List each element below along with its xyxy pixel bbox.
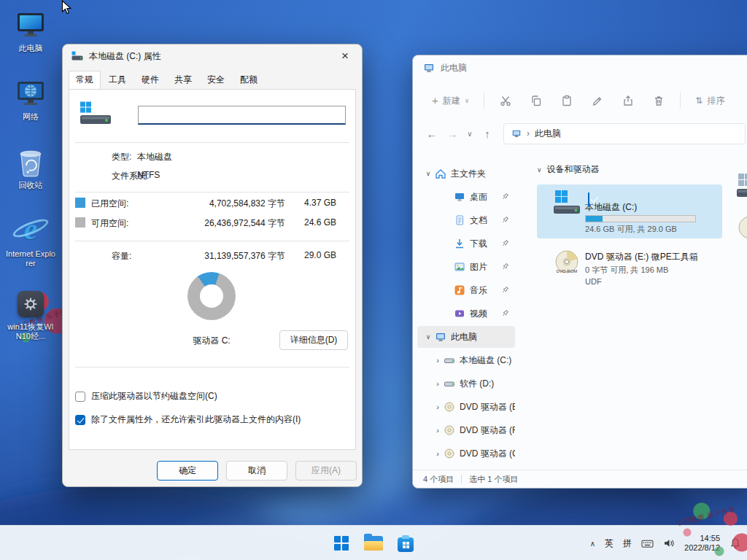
devices-and-drives-header[interactable]: ∨ 设备和驱动器 xyxy=(537,163,747,176)
used-space-size: 4.37 GB xyxy=(304,198,336,208)
close-icon[interactable]: × xyxy=(329,45,361,67)
plus-icon: + xyxy=(432,96,438,105)
clock-date: 2022/8/12 xyxy=(684,543,720,553)
sidebar-item-software-d[interactable]: › 软件 (D:) xyxy=(417,373,515,394)
back-button[interactable]: ← xyxy=(422,128,442,140)
drive-free-space: 0 字节 可用, 共 196 MB xyxy=(585,265,716,276)
sidebar-item-home[interactable]: ∨ 主文件夹 xyxy=(417,163,515,184)
details-button[interactable]: 详细信息(D) xyxy=(279,330,348,350)
partial-drive-tile[interactable] xyxy=(736,172,747,204)
sidebar-item-dvd-f[interactable]: › DVD 驱动器 (F xyxy=(417,419,515,441)
dvd-drive-icon: DVD-ROM xyxy=(553,250,581,276)
chevron-right-icon[interactable]: › xyxy=(433,402,442,411)
dialog-titlebar[interactable]: 本地磁盘 (C:) 属性 xyxy=(63,44,362,68)
breadcrumb-this-pc[interactable]: 此电脑 xyxy=(535,128,561,140)
sidebar-item-videos[interactable]: 视频 xyxy=(417,303,515,324)
index-checkbox-row[interactable]: 除了文件属性外，还允许索引此驱动器上文件的内容(I) xyxy=(75,413,301,426)
taskbar-center-icons xyxy=(327,529,420,558)
apply-button[interactable]: 应用(A) xyxy=(295,461,357,481)
capacity-label: 容量: xyxy=(112,250,131,262)
taskbar-clock[interactable]: 14:55 2022/8/12 xyxy=(684,534,720,553)
rename-button[interactable] xyxy=(585,88,610,113)
delete-button[interactable] xyxy=(646,88,671,113)
sidebar-item-music[interactable]: 音乐 xyxy=(417,279,515,301)
chevron-right-icon[interactable]: › xyxy=(433,449,442,458)
sidebar-item-desktop[interactable]: 桌面 xyxy=(417,186,515,208)
microsoft-store-button[interactable] xyxy=(391,529,420,558)
sidebar-item-this-pc[interactable]: ∨ 此电脑 xyxy=(417,326,515,348)
used-space-swatch xyxy=(75,198,85,208)
chevron-right-icon[interactable]: › xyxy=(433,379,442,388)
desktop-icon-label: 回收站 xyxy=(6,181,55,190)
desktop-icon-internet-explorer[interactable]: e Internet Explorer xyxy=(6,210,55,268)
tab-tools[interactable]: 工具 xyxy=(101,71,133,89)
chevron-down-icon: ∨ xyxy=(465,97,470,104)
new-button[interactable]: + 新建 ∨ xyxy=(426,90,475,112)
tab-general[interactable]: 常规 xyxy=(69,71,101,89)
sidebar-item-dvd-g[interactable]: › DVD 驱动器 (G xyxy=(417,443,515,464)
start-button[interactable] xyxy=(327,529,356,558)
home-icon xyxy=(433,168,448,179)
drive-tile-local-disk-c[interactable]: 本地磁盘 (C:) 24.6 GB 可用, 共 29.0 GB xyxy=(537,184,722,238)
sort-button[interactable]: ⇅ 排序 xyxy=(689,90,730,112)
explorer-status-bar: 4 个项目 选中 1 个项目 xyxy=(413,470,747,488)
music-icon xyxy=(452,284,467,296)
disk-icon xyxy=(442,378,457,389)
sidebar-item-dvd-e[interactable]: › DVD 驱动器 (E xyxy=(417,396,515,418)
explorer-titlebar[interactable]: 此电脑 xyxy=(413,55,747,80)
chevron-down-icon[interactable]: ∨ xyxy=(423,333,433,341)
file-explorer-button[interactable] xyxy=(359,529,388,558)
tab-sharing[interactable]: 共享 xyxy=(167,71,199,89)
volume-label-input[interactable] xyxy=(138,106,346,125)
tab-security[interactable]: 安全 xyxy=(200,71,232,89)
sidebar-item-pictures[interactable]: 图片 xyxy=(417,256,515,278)
network-icon xyxy=(6,77,55,111)
this-pc-window-icon xyxy=(423,62,435,74)
videos-icon xyxy=(452,308,467,319)
drive-tile-dvd-e[interactable]: DVD-ROM DVD 驱动器 (E:) 微PE工具箱 0 字节 可用, 共 1… xyxy=(537,247,722,289)
ime-language-indicator[interactable]: 英 xyxy=(605,537,614,550)
tab-quota[interactable]: 配额 xyxy=(233,71,265,89)
desktop-icon-recycle-bin[interactable]: 回收站 xyxy=(6,146,55,190)
forward-button[interactable]: → xyxy=(442,128,462,140)
notification-bell-icon[interactable] xyxy=(729,537,741,549)
chevron-right-icon[interactable]: › xyxy=(433,426,442,435)
up-button[interactable]: ↑ xyxy=(477,128,498,140)
touch-keyboard-icon[interactable] xyxy=(641,538,654,549)
disk-icon xyxy=(442,354,457,366)
selection-count: 选中 1 个项目 xyxy=(469,474,518,485)
share-button[interactable] xyxy=(616,88,640,113)
compress-checkbox[interactable] xyxy=(75,392,85,402)
hidden-icons-chevron[interactable]: ∧ xyxy=(590,540,595,548)
desktop: 小刀数据 乐子分享 此电脑 网络 回收站 e Internet Explorer xyxy=(0,0,747,560)
history-dropdown-icon[interactable]: ∨ xyxy=(462,130,477,138)
cancel-button[interactable]: 取消 xyxy=(226,461,287,481)
partial-drive-tile[interactable] xyxy=(736,216,747,245)
compress-checkbox-row[interactable]: 压缩此驱动器以节约磁盘空间(C) xyxy=(75,390,217,402)
drive-free-space: 24.6 GB 可用, 共 29.0 GB xyxy=(585,224,716,235)
address-bar[interactable]: › 此电脑 xyxy=(503,123,746,144)
speaker-icon[interactable] xyxy=(663,537,675,549)
dvd-icon xyxy=(442,401,457,413)
paste-button[interactable] xyxy=(554,88,579,113)
pin-icon xyxy=(502,262,510,271)
sidebar-item-downloads[interactable]: 下载 xyxy=(417,233,515,254)
sidebar-item-documents[interactable]: 文档 xyxy=(417,209,515,231)
desktop-icon-this-pc[interactable]: 此电脑 xyxy=(6,9,55,53)
selection-checkbox[interactable] xyxy=(588,192,589,206)
index-checkbox[interactable] xyxy=(75,415,85,425)
free-space-bytes: 26,436,972,544 字节 xyxy=(204,217,285,230)
drive-icon xyxy=(80,101,112,125)
desktop-icon-network[interactable]: 网络 xyxy=(6,77,55,122)
chevron-down-icon[interactable]: ∨ xyxy=(423,170,433,177)
toolbar-divider xyxy=(680,93,681,109)
used-space-label: 已用空间: xyxy=(91,198,128,210)
cut-button[interactable] xyxy=(493,88,518,113)
copy-button[interactable] xyxy=(524,88,549,113)
sidebar-item-local-disk-c[interactable]: › 本地磁盘 (C:) xyxy=(417,349,515,371)
tab-hardware[interactable]: 硬件 xyxy=(134,71,166,89)
ok-button[interactable]: 确定 xyxy=(157,461,218,481)
ime-mode-indicator[interactable]: 拼 xyxy=(623,537,632,550)
chevron-right-icon[interactable]: › xyxy=(433,356,442,365)
desktop-icon-win11-restore[interactable]: win11恢复WIN10经... xyxy=(6,287,55,341)
